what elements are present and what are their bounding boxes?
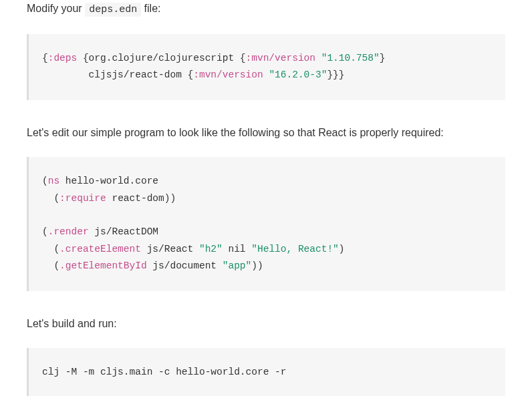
code-token: .createElement bbox=[59, 244, 141, 254]
code-token: :require bbox=[59, 193, 106, 204]
code-token: .getElementById bbox=[59, 260, 147, 271]
code-token: {org.clojure/clojurescript { bbox=[77, 53, 245, 63]
paragraph-modify-deps: Modify your deps.edn file: bbox=[27, 0, 505, 18]
code-token: :deps bbox=[48, 53, 78, 63]
code-token: "1.10.758" bbox=[321, 53, 380, 63]
code-token: js/document bbox=[147, 260, 223, 271]
code-token: ( bbox=[42, 176, 48, 186]
code-block-hello-world[interactable]: (ns hello-world.core (:require react-dom… bbox=[27, 157, 505, 290]
code-token: .render bbox=[48, 226, 89, 237]
code-token: :mvn/version bbox=[193, 69, 263, 80]
code-token: "16.2.0-3" bbox=[269, 69, 327, 80]
code-token: js/React bbox=[141, 244, 199, 254]
text: file: bbox=[141, 3, 160, 14]
inline-code-deps-edn: deps.edn bbox=[85, 3, 141, 17]
code-token: )) bbox=[251, 260, 263, 271]
code-token: { bbox=[42, 53, 48, 63]
paragraph-edit-program: Let's edit our simple program to look li… bbox=[27, 124, 505, 142]
text: Modify your bbox=[27, 3, 85, 14]
code-token: clj -M -m cljs.main -c hello-world.core … bbox=[42, 367, 286, 377]
code-token: ns bbox=[48, 176, 59, 186]
code-block-deps-edn[interactable]: {:deps {org.clojure/clojurescript {:mvn/… bbox=[27, 34, 505, 100]
code-token: "h2" bbox=[199, 244, 223, 254]
paragraph-build-run: Let's build and run: bbox=[27, 315, 505, 333]
code-token: "Hello, React!" bbox=[251, 244, 339, 254]
code-token: }}} bbox=[327, 69, 344, 80]
code-token bbox=[315, 53, 321, 63]
code-block-clj-command[interactable]: clj -M -m cljs.main -c hello-world.core … bbox=[27, 348, 505, 396]
code-token: "app" bbox=[223, 260, 252, 271]
code-token: nil bbox=[223, 244, 252, 254]
code-token: :mvn/version bbox=[246, 53, 315, 63]
